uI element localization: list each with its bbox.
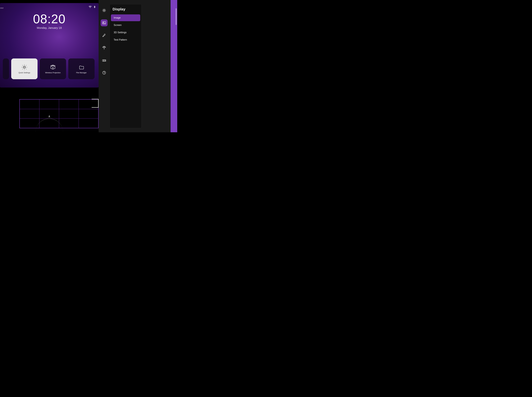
right-accent-panel (171, 0, 177, 132)
bluetooth-icon (94, 6, 96, 9)
grid-cell-8 (79, 109, 98, 118)
sidebar-item-image[interactable] (101, 19, 108, 26)
svg-point-5 (104, 10, 105, 11)
settings-container: Display Image Screen 3D Settings Test Pa… (98, 0, 177, 132)
display-settings-panel: Display Image Screen 3D Settings Test Pa… (110, 4, 141, 128)
svg-point-14 (104, 74, 104, 74)
home-screen: cted 08:20 Monday, January 18 Quick Sett… (0, 3, 98, 87)
grid-cell-1 (20, 99, 39, 109)
svg-point-2 (23, 66, 26, 68)
file-manager-tile[interactable]: File Manager (68, 58, 95, 79)
svg-point-8 (103, 22, 104, 23)
status-bar (89, 6, 96, 9)
test-pattern-area: ∧ (0, 89, 98, 132)
menu-item-screen[interactable]: Screen (111, 22, 140, 29)
menu-item-3d-settings[interactable]: 3D Settings (111, 29, 140, 36)
clock-time: 08:20 (33, 13, 66, 25)
svg-point-0 (90, 8, 90, 8)
grid-cell-2 (39, 99, 59, 109)
sidebar-item-signal[interactable] (101, 44, 108, 51)
menu-item-image[interactable]: Image (111, 14, 140, 21)
settings-panel-title: Display (110, 7, 141, 14)
svg-point-4 (53, 67, 53, 68)
wifi-icon (89, 6, 92, 9)
quick-settings-tile[interactable]: Quick Settings (11, 58, 37, 79)
up-arrow-icon: ∧ (48, 115, 50, 118)
app-grid: Quick Settings Wireless Projection Fil (3, 58, 95, 79)
svg-rect-11 (103, 60, 105, 61)
grid-cell-7 (59, 109, 79, 118)
connection-status: cted (0, 7, 3, 9)
grid-cell-12 (79, 118, 98, 128)
file-manager-label: File Manager (76, 72, 87, 74)
quick-settings-label: Quick Settings (18, 72, 30, 74)
scrollbar-thumb[interactable] (176, 8, 177, 25)
grid-cell-5 (20, 109, 39, 118)
projector-screen: cted 08:20 Monday, January 18 Quick Sett… (0, 0, 98, 132)
sidebar-item-projector[interactable] (101, 57, 108, 64)
grid-corner-tr (92, 99, 98, 106)
svg-point-13 (103, 71, 106, 74)
wireless-projection-label: Wireless Projection (45, 72, 61, 74)
menu-item-test-pattern[interactable]: Test Pattern (111, 37, 140, 43)
grid-cell-3 (59, 99, 79, 109)
svg-point-12 (104, 60, 104, 61)
left-partial-tile[interactable] (3, 58, 9, 79)
wireless-projection-tile[interactable]: Wireless Projection (40, 58, 66, 79)
grid-cell-9 (20, 118, 39, 128)
sidebar-item-wrench[interactable] (101, 32, 108, 39)
clock-date: Monday, January 18 (33, 26, 66, 30)
svg-point-6 (103, 9, 105, 11)
clock-area: 08:20 Monday, January 18 (33, 13, 66, 30)
sidebar-icons (98, 0, 110, 132)
sidebar-item-settings[interactable] (101, 7, 108, 14)
sidebar-item-help[interactable] (101, 69, 108, 76)
svg-point-1 (24, 67, 25, 68)
